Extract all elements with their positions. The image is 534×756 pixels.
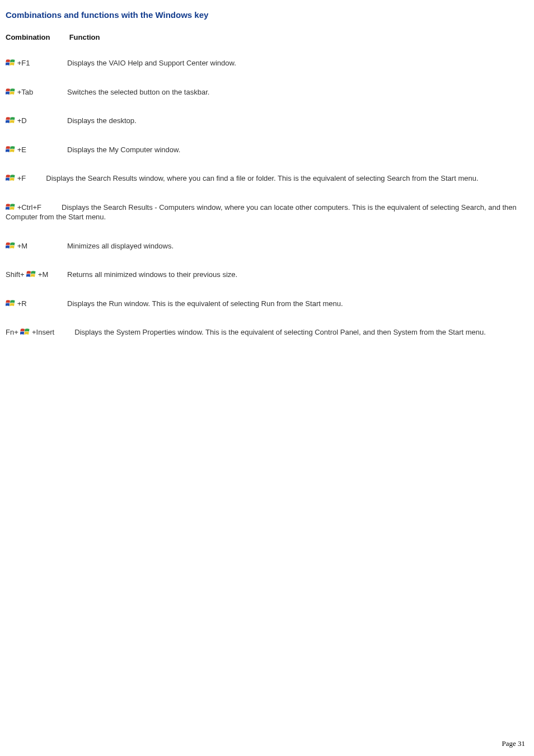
combination-cell: +D	[6, 116, 67, 126]
shortcut-row: +TabSwitches the selected button on the …	[6, 87, 528, 97]
combo-prefix: Shift+	[6, 270, 25, 279]
page-title: Combinations and functions with the Wind…	[6, 10, 528, 20]
combo-suffix: +R	[17, 299, 27, 308]
function-text: Displays the desktop.	[67, 116, 137, 125]
combo-suffix: +F	[17, 174, 26, 182]
combo-suffix: +D	[17, 116, 27, 125]
shortcut-row: +DDisplays the desktop.	[6, 116, 528, 126]
combination-cell: +E	[6, 145, 67, 155]
combination-cell: +F1	[6, 58, 67, 68]
entries-container: +F1Displays the VAIO Help and Support Ce…	[6, 58, 528, 337]
combo-suffix: +F1	[17, 59, 30, 67]
windows-key-icon	[6, 145, 15, 154]
combination-cell: +R	[6, 299, 67, 309]
shortcut-row: +Ctrl+F Displays the Search Results - Co…	[6, 203, 528, 222]
shortcut-row: Fn+ +Insert Displays the System Properti…	[6, 327, 528, 337]
combo-suffix: +Ctrl+F	[17, 203, 41, 212]
shortcut-row: +RDisplays the Run window. This is the e…	[6, 299, 528, 309]
combo-prefix: Fn+	[6, 328, 18, 336]
combination-cell: +Tab	[6, 87, 67, 97]
function-text: Switches the selected button on the task…	[67, 88, 209, 96]
windows-key-icon	[6, 299, 15, 308]
shortcut-row: +F Displays the Search Results window, w…	[6, 173, 528, 184]
shortcut-row: +F1Displays the VAIO Help and Support Ce…	[6, 58, 528, 68]
windows-key-icon	[6, 242, 15, 250]
windows-key-icon	[6, 116, 15, 125]
column-headers: Combination Function	[6, 33, 528, 41]
combo-suffix: +M	[38, 270, 48, 279]
combo-suffix: +M	[17, 242, 27, 250]
combo-suffix: +Insert	[32, 328, 54, 336]
function-text: Minimizes all displayed windows.	[67, 242, 174, 250]
windows-key-icon	[20, 328, 30, 336]
windows-key-icon	[6, 174, 15, 182]
function-text: Displays the My Computer window.	[67, 145, 180, 154]
windows-key-icon	[6, 88, 15, 96]
function-text: Displays the Search Results window, wher…	[46, 174, 478, 182]
combo-suffix: +Tab	[17, 88, 34, 96]
windows-key-icon	[6, 203, 15, 212]
page-number: Page 31	[502, 739, 525, 748]
shortcut-row: Shift+ +MReturns all minimized windows t…	[6, 270, 528, 280]
shortcut-row: +MMinimizes all displayed windows.	[6, 241, 528, 251]
combination-cell: Shift+ +M	[6, 270, 67, 280]
combo-suffix: +E	[17, 145, 26, 154]
function-text: Displays the System Properties window. T…	[74, 328, 486, 336]
windows-key-icon	[6, 59, 15, 67]
function-text: Displays the Search Results - Computers …	[6, 203, 517, 222]
function-text: Returns all minimized windows to their p…	[67, 270, 237, 279]
header-function: Function	[69, 33, 100, 41]
header-combination: Combination	[6, 33, 67, 41]
function-text: Displays the Run window. This is the equ…	[67, 299, 343, 308]
shortcut-row: +EDisplays the My Computer window.	[6, 145, 528, 155]
combination-cell: +M	[6, 241, 67, 251]
windows-key-icon	[26, 270, 36, 279]
function-text: Displays the VAIO Help and Support Cente…	[67, 59, 236, 67]
